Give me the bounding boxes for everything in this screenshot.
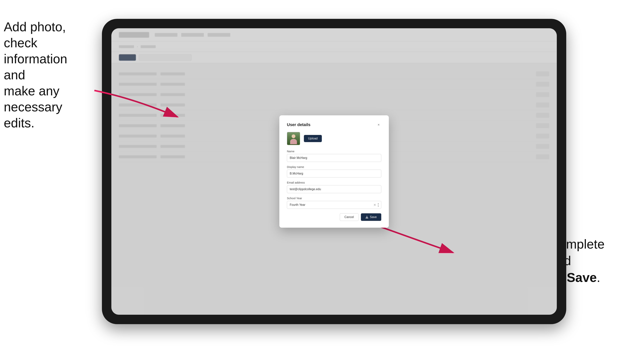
- school-year-up-arrow[interactable]: ▲: [377, 203, 380, 205]
- upload-photo-button[interactable]: Upload: [304, 135, 322, 142]
- school-year-field-group: School Year ✕ ▲ ▼: [287, 196, 381, 209]
- modal-footer: Cancel Save: [287, 213, 381, 221]
- user-photo: [287, 132, 300, 145]
- email-input[interactable]: [287, 185, 381, 193]
- name-input[interactable]: [287, 154, 381, 162]
- display-name-label: Display name: [287, 165, 381, 169]
- photo-section: Upload: [287, 132, 381, 145]
- tablet-screen: ›: [111, 28, 557, 315]
- modal-title: User details: [287, 122, 310, 127]
- school-year-down-arrow[interactable]: ▼: [377, 205, 380, 207]
- display-name-field-group: Display name: [287, 165, 381, 177]
- user-details-modal: User details × Upload Name Dis: [279, 115, 389, 228]
- school-year-wrapper: ✕ ▲ ▼: [287, 201, 381, 209]
- school-year-clear-button[interactable]: ✕: [374, 203, 376, 207]
- save-icon: [366, 216, 368, 219]
- cancel-button[interactable]: Cancel: [340, 213, 358, 221]
- modal-close-button[interactable]: ×: [376, 122, 381, 127]
- school-year-label: School Year: [287, 196, 381, 200]
- save-button[interactable]: Save: [361, 213, 381, 221]
- annotation-left: Add photo, check information and make an…: [4, 19, 83, 131]
- email-label: Email address: [287, 181, 381, 184]
- school-year-controls: ✕ ▲ ▼: [374, 203, 380, 207]
- display-name-input[interactable]: [287, 170, 381, 177]
- modal-header: User details ×: [287, 122, 381, 127]
- email-field-group: Email address: [287, 181, 381, 193]
- name-field-group: Name: [287, 150, 381, 162]
- school-year-arrows: ▲ ▼: [377, 203, 380, 207]
- tablet-device: ›: [102, 19, 566, 324]
- photo-thumbnail: [287, 132, 300, 145]
- modal-overlay: User details × Upload Name Dis: [111, 28, 557, 315]
- name-label: Name: [287, 150, 381, 153]
- school-year-input[interactable]: [287, 201, 381, 209]
